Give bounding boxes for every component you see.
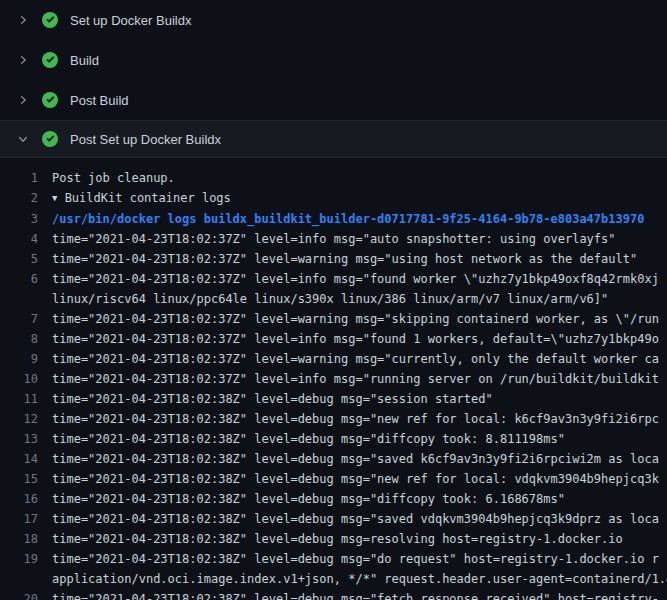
log-line-text: time="2021-04-23T18:02:37Z" level=info m… <box>52 329 667 349</box>
log-line: 14time="2021-04-23T18:02:38Z" level=debu… <box>0 449 667 469</box>
check-circle-icon <box>42 12 58 28</box>
log-line-number <box>0 289 52 309</box>
log-line-number[interactable]: 13 <box>0 429 52 449</box>
log-line-number[interactable]: 17 <box>0 509 52 529</box>
log-line: 20time="2021-04-23T18:02:38Z" level=debu… <box>0 589 667 600</box>
log-line-text: time="2021-04-23T18:02:38Z" level=debug … <box>52 409 667 429</box>
chevron-right-icon[interactable] <box>16 13 30 27</box>
log-line-text: time="2021-04-23T18:02:37Z" level=info m… <box>52 229 667 249</box>
log-line-number[interactable]: 1 <box>0 168 52 188</box>
log-line: 10time="2021-04-23T18:02:37Z" level=info… <box>0 369 667 389</box>
log-line: 5time="2021-04-23T18:02:37Z" level=warni… <box>0 249 667 269</box>
step-header-post-setup-docker-buildx[interactable]: Post Set up Docker Buildx <box>0 120 667 158</box>
log-line: 16time="2021-04-23T18:02:38Z" level=debu… <box>0 489 667 509</box>
log-line: 15time="2021-04-23T18:02:38Z" level=debu… <box>0 469 667 489</box>
log-line-number[interactable]: 6 <box>0 269 52 289</box>
log-line-number[interactable]: 11 <box>0 389 52 409</box>
log-line: 1Post job cleanup. <box>0 168 667 188</box>
log-line-text: time="2021-04-23T18:02:38Z" level=debug … <box>52 449 667 469</box>
step-label: Build <box>70 54 99 67</box>
log-line-number[interactable]: 8 <box>0 329 52 349</box>
log-line-text: linux/riscv64 linux/ppc64le linux/s390x … <box>52 289 667 309</box>
log-line-number[interactable]: 12 <box>0 409 52 429</box>
log-line-text: time="2021-04-23T18:02:38Z" level=debug … <box>52 529 667 549</box>
log-line: 9time="2021-04-23T18:02:37Z" level=warni… <box>0 349 667 369</box>
log-line-number[interactable]: 2 <box>0 188 52 209</box>
log-line: 18time="2021-04-23T18:02:38Z" level=debu… <box>0 529 667 549</box>
log-line: 7time="2021-04-23T18:02:37Z" level=warni… <box>0 309 667 329</box>
actions-log-viewer: Set up Docker Buildx Build Post Build Po… <box>0 0 667 600</box>
log-line-number[interactable]: 4 <box>0 229 52 249</box>
log-line-text: Post job cleanup. <box>52 168 667 188</box>
log-line-number[interactable]: 14 <box>0 449 52 469</box>
log-line-text: application/vnd.oci.image.index.v1+json,… <box>52 569 667 589</box>
log-line-text: time="2021-04-23T18:02:38Z" level=debug … <box>52 469 667 489</box>
log-line-number[interactable]: 20 <box>0 589 52 600</box>
log-line-text: time="2021-04-23T18:02:37Z" level=warnin… <box>52 249 667 269</box>
log-line: 6time="2021-04-23T18:02:37Z" level=info … <box>0 269 667 289</box>
log-line-text: time="2021-04-23T18:02:38Z" level=debug … <box>52 429 667 449</box>
log-line-number[interactable]: 5 <box>0 249 52 269</box>
log-line: 12time="2021-04-23T18:02:38Z" level=debu… <box>0 409 667 429</box>
log-line-text: time="2021-04-23T18:02:38Z" level=debug … <box>52 489 667 509</box>
log-line: 17time="2021-04-23T18:02:38Z" level=debu… <box>0 509 667 529</box>
step-header-post-build[interactable]: Post Build <box>0 80 667 120</box>
chevron-down-icon[interactable] <box>16 132 30 146</box>
log-line-number[interactable]: 7 <box>0 309 52 329</box>
triangle-down-icon[interactable]: ▼ <box>52 188 57 208</box>
chevron-right-icon[interactable] <box>16 53 30 67</box>
log-command-text: /usr/bin/docker logs buildx_buildkit_bui… <box>52 209 667 229</box>
check-circle-icon <box>42 131 58 147</box>
log-line-number <box>0 569 52 589</box>
step-label: Post Set up Docker Buildx <box>70 133 221 146</box>
log-line: 11time="2021-04-23T18:02:38Z" level=debu… <box>0 389 667 409</box>
log-line-text: time="2021-04-23T18:02:37Z" level=info m… <box>52 269 667 289</box>
group-label[interactable]: BuildKit container logs <box>57 191 230 205</box>
step-label: Set up Docker Buildx <box>70 14 191 27</box>
check-circle-icon <box>42 92 58 108</box>
chevron-right-icon[interactable] <box>16 93 30 107</box>
log-line-number[interactable]: 19 <box>0 549 52 569</box>
log-line-text: time="2021-04-23T18:02:37Z" level=info m… <box>52 369 667 389</box>
check-circle-icon <box>42 52 58 68</box>
log-line-number[interactable]: 9 <box>0 349 52 369</box>
log-line-number[interactable]: 18 <box>0 529 52 549</box>
log-line-text: time="2021-04-23T18:02:37Z" level=warnin… <box>52 309 667 329</box>
log-line: 19time="2021-04-23T18:02:38Z" level=debu… <box>0 549 667 569</box>
log-line-number[interactable]: 10 <box>0 369 52 389</box>
log-line-text: ▼ BuildKit container logs <box>52 188 667 209</box>
log-line: 2▼ BuildKit container logs <box>0 188 667 209</box>
log-line-number[interactable]: 15 <box>0 469 52 489</box>
log-line-text: time="2021-04-23T18:02:37Z" level=warnin… <box>52 349 667 369</box>
step-header-setup-docker-buildx[interactable]: Set up Docker Buildx <box>0 0 667 40</box>
log-line: application/vnd.oci.image.index.v1+json,… <box>0 569 667 589</box>
log-line: 4time="2021-04-23T18:02:37Z" level=info … <box>0 229 667 249</box>
log-lines: 1Post job cleanup.2▼ BuildKit container … <box>0 158 667 600</box>
step-label: Post Build <box>70 94 129 107</box>
log-line-number[interactable]: 16 <box>0 489 52 509</box>
log-line-text: time="2021-04-23T18:02:38Z" level=debug … <box>52 589 667 600</box>
log-line: linux/riscv64 linux/ppc64le linux/s390x … <box>0 289 667 309</box>
log-line: 3/usr/bin/docker logs buildx_buildkit_bu… <box>0 209 667 229</box>
log-line-text: time="2021-04-23T18:02:38Z" level=debug … <box>52 509 667 529</box>
log-line: 13time="2021-04-23T18:02:38Z" level=debu… <box>0 429 667 449</box>
log-line-text: time="2021-04-23T18:02:38Z" level=debug … <box>52 549 667 569</box>
log-line-text: time="2021-04-23T18:02:38Z" level=debug … <box>52 389 667 409</box>
log-line-number[interactable]: 3 <box>0 209 52 229</box>
log-line: 8time="2021-04-23T18:02:37Z" level=info … <box>0 329 667 349</box>
step-header-build[interactable]: Build <box>0 40 667 80</box>
